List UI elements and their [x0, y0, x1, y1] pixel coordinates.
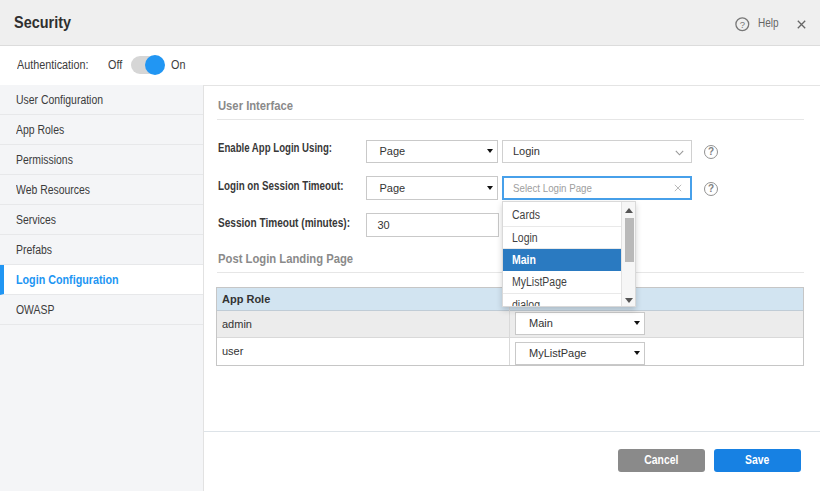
svg-text:?: ? [739, 18, 744, 29]
